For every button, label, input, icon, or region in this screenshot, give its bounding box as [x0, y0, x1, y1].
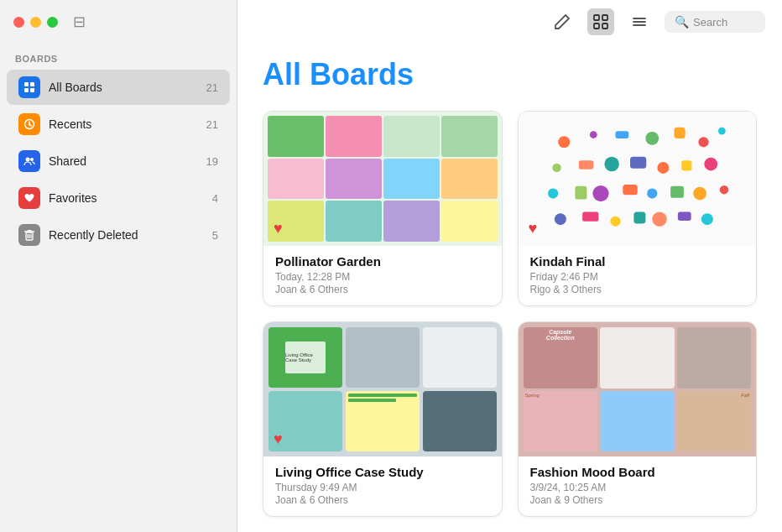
svg-point-46: [610, 216, 620, 227]
sidebar-item-recently-deleted-count: 5: [212, 229, 218, 242]
sidebar-item-shared-count: 19: [206, 155, 218, 168]
sidebar-item-shared[interactable]: Shared 19: [7, 143, 230, 179]
svg-point-7: [26, 158, 30, 162]
board-date-pollinator: Today, 12:28 PM: [275, 271, 490, 283]
board-card-fashion-mood[interactable]: CapsuleCollection Spring Fall Fashion Mo…: [518, 321, 758, 517]
content-area: All Boards: [237, 44, 782, 532]
page-title: All Boards: [263, 57, 757, 92]
board-info-kindah: Kindah Final Friday 2:46 PM Rigo & 3 Oth…: [519, 246, 757, 305]
svg-point-33: [657, 162, 669, 174]
svg-point-23: [589, 131, 597, 138]
sidebar-item-recently-deleted[interactable]: Recently Deleted 5: [7, 217, 230, 253]
minimize-button[interactable]: [30, 17, 41, 28]
svg-rect-47: [633, 211, 645, 223]
svg-point-35: [704, 158, 717, 171]
svg-point-40: [647, 188, 657, 198]
sidebar-item-shared-label: Shared: [49, 154, 198, 168]
favorite-heart-office[interactable]: ♥: [274, 430, 283, 448]
svg-rect-3: [30, 88, 34, 92]
svg-point-36: [548, 188, 558, 198]
sidebar-item-recently-deleted-label: Recently Deleted: [49, 228, 204, 242]
svg-rect-49: [677, 211, 691, 221]
board-card-pollinator-garden[interactable]: ♥ Pollinator Garden Today, 12:28 PM Joan…: [263, 111, 503, 306]
recents-icon: [18, 113, 40, 135]
svg-point-27: [698, 137, 708, 147]
svg-rect-24: [615, 131, 628, 138]
svg-point-8: [30, 158, 34, 161]
svg-rect-45: [582, 211, 598, 221]
board-users-pollinator: Joan & 6 Others: [275, 284, 490, 295]
svg-rect-17: [594, 23, 599, 29]
board-date-kindah: Friday 2:46 PM: [530, 271, 745, 283]
close-button[interactable]: [13, 17, 24, 28]
svg-point-42: [693, 187, 706, 201]
board-thumbnail-kindah: ♥: [519, 112, 757, 246]
svg-rect-37: [575, 186, 586, 200]
svg-point-50: [701, 213, 712, 225]
board-thumbnail-office: Living Office Case Study ♥: [263, 322, 502, 456]
svg-point-31: [604, 157, 619, 172]
svg-rect-18: [602, 23, 607, 29]
board-card-kindah-final[interactable]: ♥ Kindah Final Friday 2:46 PM Rigo & 3 O…: [518, 111, 758, 306]
sidebar-item-all-boards-label: All Boards: [49, 81, 198, 94]
edit-icon[interactable]: [549, 8, 576, 35]
sidebar-item-favorites[interactable]: Favorites 4: [7, 180, 230, 216]
favorite-heart-kindah[interactable]: ♥: [529, 220, 538, 237]
board-thumbnail-pollinator: ♥: [263, 112, 502, 246]
search-bar[interactable]: 🔍 Search: [665, 11, 765, 33]
traffic-lights: [13, 17, 58, 28]
board-users-kindah: Rigo & 3 Others: [530, 284, 745, 295]
board-thumbnail-fashion: CapsuleCollection Spring Fall: [519, 322, 757, 456]
svg-rect-15: [594, 15, 599, 20]
svg-rect-32: [630, 157, 646, 169]
svg-rect-39: [623, 185, 638, 195]
svg-point-38: [592, 185, 608, 201]
board-card-living-office[interactable]: Living Office Case Study ♥ Liv: [263, 321, 503, 517]
svg-rect-16: [602, 15, 607, 20]
maximize-button[interactable]: [47, 17, 58, 28]
svg-rect-0: [24, 82, 29, 86]
board-info-pollinator: Pollinator Garden Today, 12:28 PM Joan &…: [263, 246, 502, 305]
recently-deleted-icon: [18, 224, 40, 246]
sidebar-toggle-icon[interactable]: ⊟: [73, 13, 86, 31]
board-name-kindah: Kindah Final: [530, 254, 745, 269]
svg-point-43: [719, 185, 728, 195]
svg-point-22: [558, 136, 570, 148]
board-name-pollinator: Pollinator Garden: [275, 254, 490, 269]
svg-rect-2: [24, 88, 29, 92]
svg-rect-41: [670, 186, 684, 198]
boards-grid: ♥ Pollinator Garden Today, 12:28 PM Joan…: [263, 111, 757, 517]
shared-icon: [18, 150, 40, 172]
svg-line-6: [29, 125, 32, 127]
svg-point-48: [652, 211, 667, 227]
svg-point-44: [554, 213, 566, 225]
all-boards-icon: [18, 76, 40, 98]
favorites-icon: [18, 187, 40, 209]
sidebar-item-all-boards[interactable]: All Boards 21: [7, 70, 230, 105]
grid-view-icon[interactable]: [587, 8, 614, 35]
list-view-icon[interactable]: [626, 8, 653, 35]
sidebar-section-label: Boards: [0, 44, 237, 69]
title-bar: ⊟: [0, 0, 237, 44]
sidebar-item-recents[interactable]: Recents 21: [7, 107, 230, 142]
board-name-fashion: Fashion Mood Board: [530, 465, 745, 479]
search-placeholder: Search: [693, 16, 727, 29]
sidebar-item-favorites-count: 4: [212, 192, 218, 205]
svg-rect-34: [681, 160, 691, 170]
favorite-heart-pollinator[interactable]: ♥: [274, 220, 283, 237]
sidebar-item-all-boards-count: 21: [206, 81, 218, 94]
board-info-fashion: Fashion Mood Board 3/9/24, 10:25 AM Joan…: [519, 456, 757, 516]
sidebar-item-recents-label: Recents: [49, 117, 198, 131]
svg-point-28: [718, 128, 726, 135]
board-users-fashion: Joan & 9 Others: [530, 494, 745, 506]
main-content: 🔍 Search All Boards: [237, 0, 782, 532]
svg-point-25: [645, 132, 659, 145]
board-users-office: Joan & 6 Others: [275, 494, 490, 506]
board-name-office: Living Office Case Study: [275, 465, 490, 479]
sidebar: ⊟ Boards All Boards 21 Recents 21: [0, 0, 237, 532]
svg-point-29: [552, 164, 561, 173]
svg-rect-30: [578, 160, 593, 170]
search-icon: 🔍: [675, 15, 689, 29]
topbar: 🔍 Search: [237, 0, 782, 44]
board-date-fashion: 3/9/24, 10:25 AM: [530, 482, 745, 493]
